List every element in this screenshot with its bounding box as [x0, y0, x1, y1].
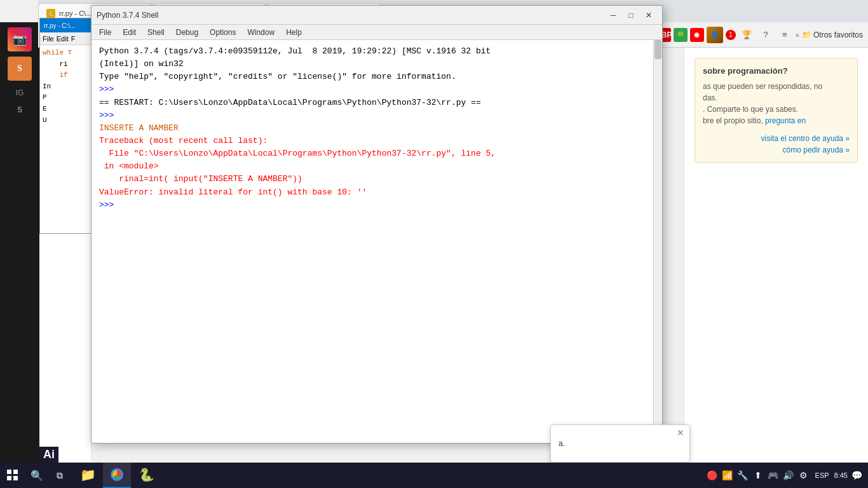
task-view-icon: ⧉	[57, 470, 63, 481]
shell-window-controls: ─ □ ✕	[605, 9, 657, 22]
system-tray: 🔴 📶 🔧 ⬆ 🎮 🔊 ⚙ ESP 8:45 💬	[706, 469, 868, 482]
task-view-button[interactable]: ⧉	[48, 464, 71, 487]
browser-actions: ☆ ABP 🍀 ◉ 👤 1 🏆 ? ≡ » 📁 Otros favoritos	[638, 27, 863, 43]
so-user-avatar[interactable]: 👤	[707, 27, 723, 43]
so-sidebar: 📷 S IG 5	[0, 22, 39, 488]
python-shell-window: Python 3.7.4 Shell ─ □ ✕ File Edit Shell…	[91, 5, 663, 444]
tray-icon-1[interactable]: 🔴	[706, 469, 719, 482]
system-clock[interactable]: 8:45	[834, 471, 848, 480]
shell-traceback-file: File "C:\Users\Lonzo\AppData\Local\Progr…	[99, 147, 654, 160]
shell-prompt-3: >>>	[99, 199, 654, 212]
shell-menubar: File Edit Shell Debug Options Window Hel…	[92, 25, 662, 40]
taskbar: 🔍 ⧉ 📁 🐍 🔴 📶 🔧 ⬆ 🎮 🔊 ⚙ ESP 8:45 💬	[0, 463, 868, 488]
badge-count: 1	[726, 29, 736, 41]
search-icon: 🔍	[31, 470, 43, 482]
idle-line-5: P	[43, 92, 88, 104]
so-help-text4: bre el propio sitio, pregunta en	[703, 115, 850, 126]
bottom-notification: a. ✕	[550, 424, 690, 463]
so-help-text1: as que pueden ser respondidas, no	[703, 81, 850, 92]
shell-traceback-module: in <module>	[99, 160, 654, 173]
so-right-panel: sobre programación? as que pueden ser re…	[684, 48, 868, 488]
shell-line-help: Type "help", "copyright", "credits" or "…	[99, 71, 654, 83]
idle-line-3: if	[43, 70, 88, 81]
idle-menu-file[interactable]: File	[43, 35, 54, 43]
centro-ayuda-link[interactable]: visita el centro de ayuda »	[761, 134, 850, 143]
menu-help[interactable]: Help	[281, 27, 307, 38]
help-icon[interactable]: ?	[757, 27, 774, 43]
python-icon: 🐍	[139, 467, 154, 482]
pedir-ayuda-link[interactable]: cómo pedir ayuda »	[783, 146, 850, 154]
so-help-text2: das.	[703, 92, 850, 104]
menu-file[interactable]: File	[94, 27, 116, 38]
shell-prompt-1: >>>	[99, 83, 654, 96]
menu-options[interactable]: Options	[205, 27, 241, 38]
idle-line-7: U	[43, 115, 88, 126]
so-help-text3: . Comparte lo que ya sabes.	[703, 104, 850, 115]
tab-editor-icon: 🐍	[46, 9, 55, 18]
idle-line-1: while T	[43, 48, 88, 59]
shell-traceback-header: Traceback (most recent call last):	[99, 135, 654, 147]
shell-close-button[interactable]: ✕	[641, 9, 657, 22]
shell-prompt-2: >>>	[99, 109, 654, 122]
tray-icon-4[interactable]: ⬆	[752, 469, 764, 482]
trophy-icon[interactable]: 🏆	[738, 27, 755, 43]
idle-line-2: ri	[43, 59, 88, 71]
idle-menu-f[interactable]: F	[71, 35, 76, 43]
bookmarks-bar[interactable]: 📁 Otros favoritos	[802, 30, 863, 39]
notification-close-button[interactable]: ✕	[677, 428, 684, 438]
tray-network-icon[interactable]: 📶	[721, 469, 734, 482]
shell-traceback-code: rinal=int( input("INSERTE A NAMBER"))	[99, 173, 654, 186]
so-help-box: sobre programación? as que pueden ser re…	[695, 58, 858, 163]
notification-badge: 1	[726, 30, 736, 40]
menu-shell[interactable]: Shell	[142, 27, 170, 38]
tray-icon-6[interactable]: 🔊	[782, 469, 795, 482]
tray-icon-3[interactable]: 🔧	[736, 469, 749, 482]
menu-window[interactable]: Window	[242, 27, 280, 38]
chrome-icon	[111, 468, 123, 481]
chrome-button[interactable]	[103, 463, 131, 488]
ext2-icon[interactable]: 🍀	[674, 28, 688, 42]
idle-menu-edit[interactable]: Edit	[57, 35, 69, 43]
menu-icon[interactable]: ≡	[776, 27, 793, 43]
tray-icon-5[interactable]: 🎮	[767, 469, 780, 482]
shell-line-version: Python 3.7.4 (tags/v3.7.4:e09359112e, Ju…	[99, 45, 654, 58]
shell-maximize-button[interactable]: □	[623, 9, 639, 22]
ext3-icon[interactable]: ◉	[690, 28, 704, 42]
menu-edit[interactable]: Edit	[118, 27, 141, 38]
so-icon[interactable]: S	[8, 57, 32, 81]
shell-restart-line: == RESTART: C:\Users\Lonzo\AppData\Local…	[99, 97, 654, 109]
notification-text: a.	[559, 439, 565, 448]
idle-editor-title: rr.py - C:\...	[44, 22, 75, 29]
start-button[interactable]	[0, 463, 25, 488]
avatar-image: 👤	[707, 27, 723, 43]
shell-content-area[interactable]: Python 3.7.4 (tags/v3.7.4:e09359112e, Ju…	[92, 40, 662, 443]
language-indicator[interactable]: ESP	[813, 471, 832, 479]
shell-scrollbar[interactable]	[653, 40, 662, 444]
shell-minimize-button[interactable]: ─	[605, 9, 621, 22]
pregunta-link[interactable]: pregunta en	[765, 116, 806, 125]
ai-label: Ai	[39, 447, 58, 463]
clock-time: 8:45	[834, 471, 848, 480]
windows-logo-icon	[7, 470, 18, 481]
bookmarks-label: Otros favoritos	[813, 30, 863, 39]
file-explorer-icon: 📁	[80, 467, 96, 482]
idle-editor-window: rr.py - C:\... File Edit F while T ri if…	[39, 18, 92, 234]
python-button[interactable]: 🐍	[132, 463, 160, 488]
file-explorer-button[interactable]: 📁	[74, 463, 102, 488]
so-sidebar-label: IG	[16, 88, 24, 97]
notification-center-icon[interactable]: 💬	[850, 469, 863, 482]
tab-editor-label: rr.py - C\...	[59, 10, 92, 17]
idle-line-4: In	[43, 81, 88, 93]
idle-editor-content: while T ri if In P E U	[40, 45, 91, 128]
idle-line-6: E	[43, 104, 88, 115]
taskbar-search-button[interactable]: 🔍	[25, 464, 48, 487]
menu-debug[interactable]: Debug	[171, 27, 203, 38]
shell-titlebar: Python 3.7.4 Shell ─ □ ✕	[92, 6, 662, 25]
instagram-icon[interactable]: 📷	[8, 27, 32, 51]
more-label: »	[796, 31, 799, 39]
scrollbar-thumb[interactable]	[654, 40, 661, 59]
shell-valueerror: ValueError: invalid literal for int() wi…	[99, 186, 654, 199]
tray-icon-7[interactable]: ⚙	[797, 469, 810, 482]
bookmark-folder-icon: 📁	[802, 30, 811, 39]
idle-editor-titlebar: rr.py - C:\...	[40, 18, 91, 32]
